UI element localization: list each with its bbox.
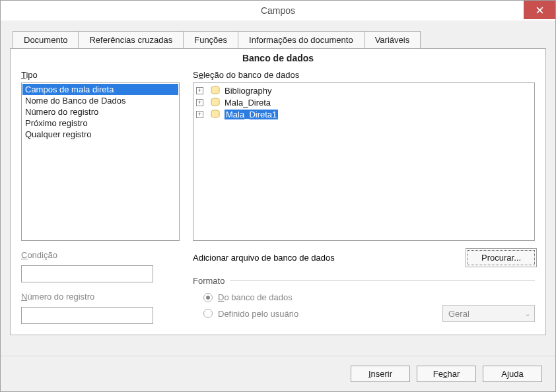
- close-dialog-button[interactable]: Fechar: [417, 366, 476, 382]
- fields-dialog: Campos Documento Referências cruzadas Fu…: [0, 0, 556, 392]
- tab-referencias[interactable]: Referências cruzadas: [78, 31, 184, 48]
- select-value: Geral: [448, 309, 469, 319]
- insert-button[interactable]: Inserir: [351, 366, 410, 382]
- radio-icon: [203, 309, 213, 318]
- left-column: Tipo Campos de mala direta Nome do Banco…: [21, 70, 180, 324]
- condition-label: Condição: [21, 250, 180, 260]
- right-column: Seleção do banco de dados document.curre…: [193, 70, 535, 324]
- type-label: Tipo: [21, 70, 180, 80]
- expand-icon[interactable]: +: [196, 99, 203, 106]
- list-item[interactable]: Número do registro: [22, 106, 178, 117]
- tab-panel-database: Banco de dados Tipo Campos de mala diret…: [10, 49, 546, 335]
- tree-item[interactable]: + Mala_Direta1: [195, 108, 533, 120]
- expand-icon[interactable]: +: [196, 87, 203, 94]
- database-icon: [210, 85, 221, 96]
- database-icon: [210, 97, 221, 108]
- record-number-input[interactable]: [21, 307, 153, 324]
- list-item[interactable]: Próximo registro: [22, 117, 178, 129]
- tree-item[interactable]: + Mala_Direta: [195, 96, 533, 108]
- add-db-label: Adicionar arquivo de banco de dados: [193, 253, 335, 263]
- tree-label: Mala_Direta: [225, 98, 271, 108]
- db-selection-label: Seleção do banco de dados: [193, 70, 535, 80]
- dialog-footer: Inserir Fechar Ajuda: [1, 356, 555, 391]
- radio-from-database[interactable]: Do banco de dados: [193, 290, 535, 305]
- panel-title: Banco de dados: [21, 49, 535, 70]
- tab-bar: Documento Referências cruzadas Funções I…: [10, 31, 546, 49]
- tab-documento[interactable]: Documento: [13, 31, 79, 48]
- tab-variaveis[interactable]: Variáveis: [364, 31, 421, 48]
- help-button[interactable]: Ajuda: [483, 366, 542, 382]
- titlebar: Campos: [1, 1, 555, 20]
- list-item[interactable]: Qualquer registro: [22, 129, 178, 140]
- tree-label: Bibliography: [225, 86, 272, 96]
- expand-icon[interactable]: +: [196, 111, 203, 118]
- dialog-body: Documento Referências cruzadas Funções I…: [1, 20, 555, 344]
- condition-input[interactable]: [21, 265, 153, 282]
- browse-button[interactable]: Procurar...: [468, 250, 535, 265]
- window-title: Campos: [261, 5, 295, 16]
- close-button[interactable]: [524, 1, 555, 19]
- radio-icon: [203, 293, 213, 302]
- chevron-down-icon: ⌄: [525, 310, 530, 317]
- record-number-label: Número do registro: [21, 292, 180, 302]
- tree-label: Mala_Direta1: [225, 110, 278, 119]
- list-item[interactable]: Nome do Banco de Dados: [22, 95, 178, 106]
- type-listbox[interactable]: Campos de mala direta Nome do Banco de D…: [21, 82, 180, 241]
- tab-info-documento[interactable]: Informações do documento: [238, 31, 365, 48]
- database-icon: [210, 109, 221, 119]
- close-icon: [536, 7, 543, 14]
- tab-funcoes[interactable]: Funções: [183, 31, 238, 48]
- list-item[interactable]: Campos de mala direta: [22, 84, 178, 95]
- format-group-label: Formato: [193, 276, 535, 286]
- radio-user-defined[interactable]: Definido pelo usuário: [193, 306, 298, 321]
- format-select[interactable]: Geral ⌄: [442, 305, 535, 322]
- database-tree[interactable]: + Bibliography + Mala_Direta: [193, 82, 535, 241]
- tree-item[interactable]: + Bibliography: [195, 84, 533, 96]
